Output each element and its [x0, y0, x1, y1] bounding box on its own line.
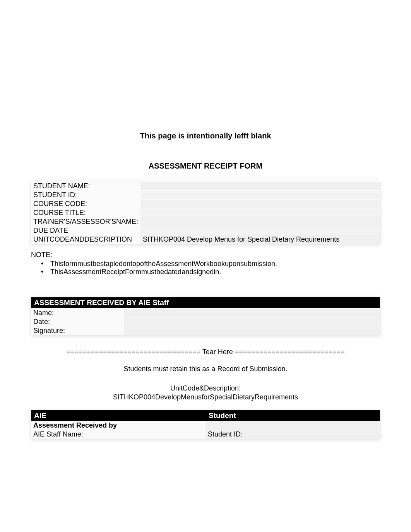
retain-notice: Students must retain this as a Record of…	[31, 365, 380, 373]
table-row: COURSE CODE:	[31, 200, 380, 208]
field-value-name[interactable]	[124, 309, 380, 317]
received-by-table: Name: Date: Signature:	[31, 308, 380, 335]
bottom-row1-left: Assessment Received by	[31, 421, 206, 430]
bottom-row2-left: AIE Staff Name:	[31, 430, 206, 439]
field-label-signature: Signature:	[31, 326, 124, 335]
field-label-name: Name:	[31, 309, 124, 317]
unit-description-block: UnitCode&Description: SITHKOP004DevelopM…	[31, 384, 380, 402]
note-section: NOTE: ThisformmustbestapledontopoftheAss…	[31, 251, 380, 276]
blank-page-notice: This page is intentionally lefft blank	[31, 131, 380, 140]
field-label-student-id: STUDENT ID:	[31, 191, 140, 200]
list-item: ThisformmustbestapledontopoftheAssessmen…	[35, 260, 380, 268]
table-row: TRAINER'S/ASSESSOR'SNAME:	[31, 217, 380, 226]
field-value-due-date[interactable]	[140, 226, 380, 235]
bottom-record-section: AIE Student Assessment Received by AIE S…	[31, 410, 380, 439]
table-row: Assessment Received by	[31, 421, 380, 430]
field-label-due-date: DUE DATE	[31, 226, 140, 235]
form-title: ASSESSMENT RECEIPT FORM	[31, 162, 380, 171]
bottom-row2-right: Student ID:	[206, 430, 380, 439]
field-value-student-id[interactable]	[140, 191, 380, 200]
bottom-header-row: AIE Student	[31, 410, 380, 421]
bottom-table: Assessment Received by AIE Staff Name: S…	[31, 421, 380, 439]
receipt-form-table: STUDENT NAME: STUDENT ID: COURSE CODE: C…	[31, 181, 380, 244]
field-value-course-title[interactable]	[140, 208, 380, 217]
table-row: Date:	[31, 317, 380, 326]
received-by-header: ASSESSMENT RECEIVED BY AIE Staff	[31, 297, 380, 308]
field-label-date: Date:	[31, 317, 124, 326]
bottom-row1-right[interactable]	[206, 421, 380, 430]
received-by-section: ASSESSMENT RECEIVED BY AIE Staff Name: D…	[31, 297, 380, 335]
unit-desc-label: UnitCode&Description:	[31, 384, 380, 393]
note-heading: NOTE:	[31, 251, 380, 259]
field-value-trainer-name[interactable]	[140, 217, 380, 226]
note-list: ThisformmustbestapledontopoftheAssessmen…	[31, 260, 380, 276]
list-item: ThisAssessmentReceiptFormmustbedatedands…	[35, 268, 380, 276]
bottom-header-aie: AIE	[31, 410, 206, 421]
field-label-course-code: COURSE CODE:	[31, 200, 140, 208]
field-value-student-name[interactable]	[140, 182, 380, 191]
field-label-trainer-name: TRAINER'S/ASSESSOR'SNAME:	[31, 217, 140, 226]
table-row: COURSE TITLE:	[31, 208, 380, 217]
table-row: STUDENT NAME:	[31, 182, 380, 191]
field-value-date[interactable]	[124, 317, 380, 326]
field-label-course-title: COURSE TITLE:	[31, 208, 140, 217]
table-row: STUDENT ID:	[31, 191, 380, 200]
tear-here-divider: ================================= Tear H…	[39, 347, 372, 357]
table-row: Name:	[31, 309, 380, 317]
bottom-header-student: Student	[206, 410, 380, 421]
field-label-unit-desc: UNITCODEANDDESCRIPTION	[31, 235, 140, 244]
table-row: AIE Staff Name: Student ID:	[31, 430, 380, 439]
table-row: Signature:	[31, 326, 380, 335]
table-row: DUE DATE	[31, 226, 380, 235]
table-row: UNITCODEANDDESCRIPTION SITHKOP004 Develo…	[31, 235, 380, 244]
field-value-unit-desc: SITHKOP004 Develop Menus for Special Die…	[140, 235, 380, 244]
field-label-student-name: STUDENT NAME:	[31, 182, 140, 191]
field-value-signature[interactable]	[124, 326, 380, 335]
field-value-course-code[interactable]	[140, 200, 380, 208]
unit-desc-value: SITHKOP004DevelopMenusforSpecialDietaryR…	[31, 393, 380, 402]
